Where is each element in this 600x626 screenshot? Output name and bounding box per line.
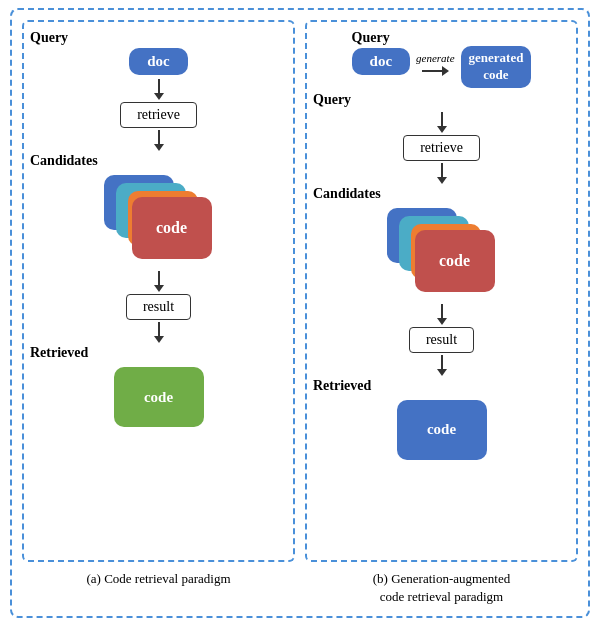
arrow-stack-to-result-b <box>437 304 447 325</box>
query-doc-b: Query doc <box>352 30 411 77</box>
caption-b-line1: (b) Generation-augmented <box>373 571 511 586</box>
arrow-retrieve-to-candidates-b <box>437 163 447 184</box>
diagrams-row: Query doc retrieve Candidates code <box>22 20 578 562</box>
retrieved-label-a: Retrieved <box>30 345 88 361</box>
result-box-a: result <box>126 294 191 320</box>
arrow-result-to-retrieved-a <box>154 322 164 343</box>
captions-row: (a) Code retrieval paradigm (b) Generati… <box>22 570 578 606</box>
diagram-a: Query doc retrieve Candidates code <box>22 20 295 562</box>
retrieve-box-a: retrieve <box>120 102 197 128</box>
code-card-red-a: code <box>132 197 212 259</box>
doc-box-b: doc <box>352 48 411 75</box>
caption-b: (b) Generation-augmented code retrieval … <box>305 570 578 606</box>
query-label-b: Query <box>352 30 390 46</box>
code-card-red-b: code <box>415 230 495 292</box>
arrow-result-to-retrieved-b <box>437 355 447 376</box>
arrow-retrieve-to-candidates-a <box>154 130 164 151</box>
diagram-b: Query doc generate generatedcode Que <box>305 20 578 562</box>
arrow-doc-to-retrieve-a <box>154 79 164 100</box>
code-stack-a: code code code code <box>104 175 214 265</box>
main-container: Query doc retrieve Candidates code <box>10 8 590 618</box>
gen-code-b: generatedcode <box>461 46 532 88</box>
retrieved-box-b: code <box>397 400 487 460</box>
candidates-label-b: Candidates <box>313 186 381 202</box>
result-box-b: result <box>409 327 474 353</box>
code-stack-b: code code code code <box>387 208 497 298</box>
gen-code-box: generatedcode <box>461 46 532 88</box>
generate-arrow-b: generate <box>416 52 454 76</box>
caption-a: (a) Code retrieval paradigm <box>22 570 295 606</box>
arrow-query-to-retrieve-b <box>437 112 447 133</box>
top-section-b: Query doc generate generatedcode <box>313 30 570 88</box>
retrieved-label-b: Retrieved <box>313 378 371 394</box>
generate-label: generate <box>416 52 454 64</box>
caption-b-line2: code retrieval paradigm <box>380 589 503 604</box>
arrow-stack-to-result-a <box>154 271 164 292</box>
retrieved-box-a: code <box>114 367 204 427</box>
retrieve-box-b: retrieve <box>403 135 480 161</box>
doc-box-a: doc <box>129 48 188 75</box>
query-label-a: Query <box>30 30 68 46</box>
candidates-label-a: Candidates <box>30 153 98 169</box>
query-retrieve-label-b: Query <box>313 92 351 108</box>
